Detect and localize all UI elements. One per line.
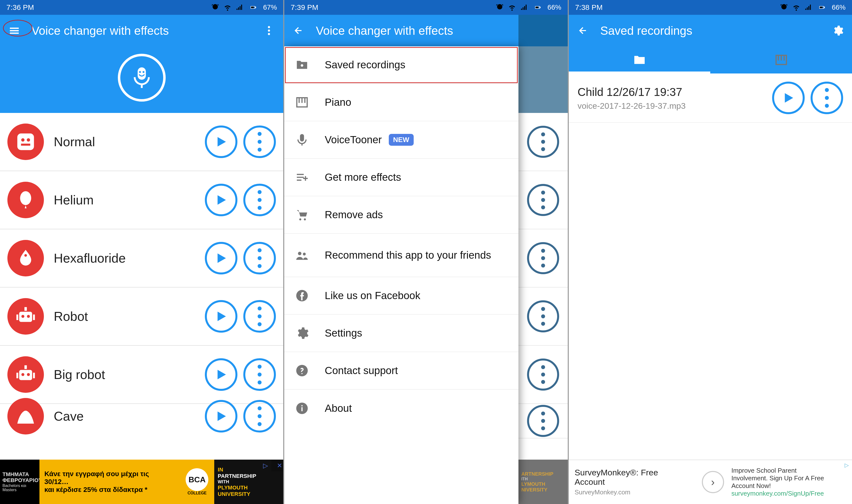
effect-row-hexafluoride: Hexafluoride <box>0 229 283 288</box>
status-time: 7:38 PM <box>575 3 780 12</box>
drawer-item-about[interactable]: About <box>284 390 519 427</box>
ad-text: και κέρδισε 25% στα δίδακτρα * <box>44 486 175 494</box>
microphone-icon <box>294 132 310 148</box>
record-button[interactable] <box>118 54 166 102</box>
effect-more-button[interactable] <box>243 242 276 274</box>
overflow-menu-button[interactable] <box>261 23 276 38</box>
drawer-item-label: Like us on Facebook <box>325 290 420 302</box>
settings-button[interactable] <box>830 23 845 38</box>
ad-text: COLLEGE <box>187 491 206 496</box>
battery-percent: 66% <box>547 3 561 11</box>
drawer-item-voicetooner[interactable]: VoiceTooner NEW <box>284 121 519 159</box>
status-bar: 7:38 PM 66% <box>569 0 852 15</box>
ad-title: Account <box>575 478 696 486</box>
battery-icon <box>532 4 543 11</box>
ad-body: Improve School Parent <box>731 467 842 474</box>
effect-more-button[interactable] <box>243 184 276 216</box>
drawer-item-label: Settings <box>325 327 362 339</box>
screen-effects: 7:36 PM 67% Voice changer with effects <box>0 0 283 504</box>
signal-icon <box>236 4 243 11</box>
alarm-icon <box>496 3 504 11</box>
ad-text: UNIVERSITY <box>218 491 283 497</box>
back-button[interactable] <box>576 23 591 38</box>
app-title: Voice changer with effects <box>32 24 261 37</box>
ad-banner[interactable]: SurveyMonkey®: Free Account SurveyMonkey… <box>569 460 852 504</box>
folder-mic-icon <box>633 53 647 67</box>
ad-text: ARTNERSHIP <box>521 471 568 477</box>
status-time: 7:39 PM <box>291 3 495 12</box>
gear-icon <box>294 325 310 341</box>
record-header <box>0 46 283 113</box>
effect-more-button[interactable] <box>243 300 276 332</box>
people-icon <box>294 247 310 263</box>
drawer-item-remove-ads[interactable]: Remove ads <box>284 196 519 234</box>
ad-body: Involvement. Sign Up For A Free <box>731 474 842 482</box>
drawer-item-settings[interactable]: Settings <box>284 314 519 352</box>
play-button[interactable] <box>205 184 237 216</box>
play-button[interactable] <box>772 82 805 114</box>
ad-close-icon[interactable]: ✕ <box>271 460 283 471</box>
effect-row-robot: Robot <box>0 288 283 346</box>
hamburger-menu-button[interactable] <box>7 23 22 38</box>
drawer-item-facebook[interactable]: Like us on Facebook <box>284 277 519 314</box>
ad-url: surveymonkey.com/SignUp/Free <box>731 490 842 497</box>
drawer-item-more-effects[interactable]: Get more effects <box>284 159 519 196</box>
play-button[interactable] <box>205 242 237 274</box>
ad-text: LYMOUTH <box>521 481 568 487</box>
effect-row-helium: Helium <box>0 171 283 229</box>
effect-more-button[interactable] <box>243 400 276 432</box>
recordings-list[interactable]: Child 12/26/17 19:37 voice-2017-12-26-19… <box>569 73 852 504</box>
signal-icon <box>521 4 528 11</box>
drawer-item-recommend[interactable]: Recommend this app to your friends <box>284 234 519 277</box>
tab-voice[interactable] <box>569 46 710 73</box>
microphone-icon <box>129 63 154 92</box>
ad-text: NIVERSITY <box>521 487 568 493</box>
effect-icon-helium <box>7 182 44 218</box>
play-button[interactable] <box>205 126 237 158</box>
drawer-item-support[interactable]: Contact support <box>284 352 519 390</box>
signal-icon <box>805 4 812 11</box>
ad-domain: SurveyMonkey.com <box>575 488 696 496</box>
effect-label: Robot <box>54 309 199 324</box>
list-add-icon <box>294 169 310 185</box>
app-bar: Voice changer with effects <box>0 15 283 46</box>
drawer-item-label: Contact support <box>325 365 398 377</box>
ad-logo: BCA <box>186 468 208 491</box>
play-button[interactable] <box>205 400 237 432</box>
ad-info-icon[interactable]: ▷ <box>842 460 852 470</box>
ad-banner[interactable]: ΤΜΗΜΑΤΑ ΦΕΒΡΟΥΑΡΙΟΥ Bachelors και Master… <box>0 460 283 504</box>
effect-label: Normal <box>54 134 199 149</box>
ad-text: WITH <box>218 479 283 485</box>
play-button[interactable] <box>205 300 237 332</box>
effect-icon-hexafluoride <box>7 240 44 276</box>
recording-more-button[interactable] <box>811 82 843 114</box>
ad-text: ΤΜΗΜΑΤΑ <box>2 471 37 478</box>
battery-icon <box>248 4 259 11</box>
drawer-item-saved-recordings[interactable]: Saved recordings <box>284 46 519 84</box>
wifi-icon <box>223 3 232 11</box>
effect-row-big-robot: Big robot <box>0 346 283 404</box>
drawer-item-label: Piano <box>325 96 351 108</box>
chevron-right-icon[interactable]: › <box>702 471 724 493</box>
facebook-icon <box>294 288 310 304</box>
effect-row-normal: Normal <box>0 113 283 171</box>
screen-drawer: 7:39 PM 66% Voice changer with effects <box>284 0 567 504</box>
drawer-item-label: Get more effects <box>325 172 401 183</box>
ad-info-icon[interactable]: ▷ <box>259 460 271 471</box>
tab-piano[interactable] <box>710 46 852 73</box>
piano-icon <box>774 53 788 67</box>
play-button[interactable] <box>205 358 237 391</box>
status-bar: 7:36 PM 67% <box>0 0 283 15</box>
effect-icon-big-robot <box>7 356 44 393</box>
tab-indicator <box>569 72 710 73</box>
back-button[interactable] <box>291 23 306 38</box>
drawer-item-piano[interactable]: Piano <box>284 84 519 121</box>
effect-more-button[interactable] <box>243 358 276 391</box>
effect-label: Helium <box>54 193 199 208</box>
ad-body: Account Now! <box>731 482 842 490</box>
effect-more-button[interactable] <box>243 126 276 158</box>
effects-list[interactable]: Normal Helium Hexafluoride Robot <box>0 113 283 504</box>
effect-label: Big robot <box>54 367 199 382</box>
screen-saved-recordings: 7:38 PM 66% Saved recordings <box>569 0 852 504</box>
effect-label: Cave <box>54 409 199 424</box>
